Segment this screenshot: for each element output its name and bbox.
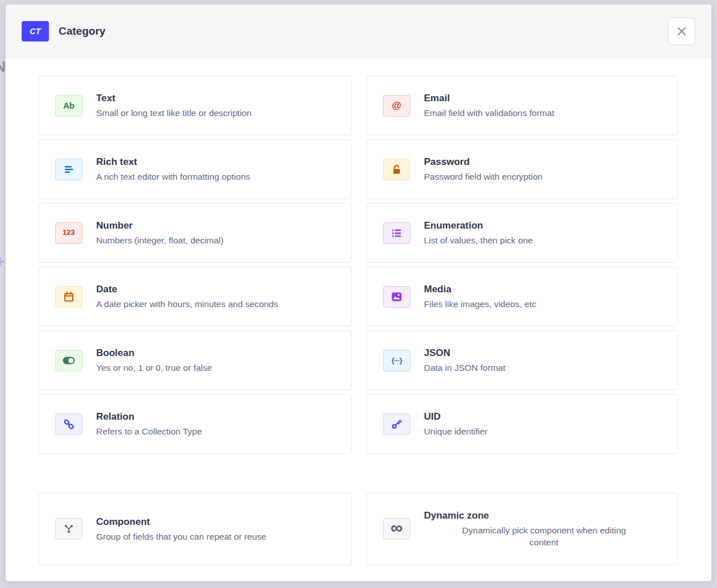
field-description: A rich text editor with formatting optio…	[96, 171, 337, 183]
field-description: Small or long text like title or descrip…	[96, 107, 337, 119]
field-description: Numbers (integer, float, decimal)	[96, 234, 337, 246]
zone-types-grid: ComponentGroup of fields that you can re…	[39, 492, 678, 565]
field-title: Component	[96, 516, 337, 528]
email-icon: @	[383, 95, 410, 117]
field-title: Text	[96, 92, 337, 105]
field-card-text: ComponentGroup of fields that you can re…	[96, 516, 337, 543]
field-title: Rich text	[96, 156, 337, 168]
modal-title: Category	[59, 25, 105, 38]
enumeration-list-icon	[383, 222, 410, 244]
field-title: Password	[424, 156, 664, 168]
field-title: UID	[424, 411, 664, 423]
field-card-richtext[interactable]: Rich textA rich text editor with formatt…	[39, 139, 352, 199]
backdrop-divider	[0, 94, 6, 94]
dynamic-zone-infinity-icon-glyph: ∞	[390, 519, 402, 536]
close-icon	[675, 25, 688, 38]
field-type-picker-modal: CT Category AbTextSmall or long text lik…	[6, 5, 711, 581]
text-icon-glyph: Ab	[63, 101, 75, 110]
rich-text-icon	[55, 159, 83, 180]
content-type-badge: CT	[22, 21, 49, 42]
media-picture-icon	[383, 286, 410, 308]
field-description: Files like images, videos, etc	[424, 298, 664, 310]
field-card-text: UIDUnique identifier	[424, 411, 664, 437]
field-title: Enumeration	[424, 220, 664, 232]
text-icon: Ab	[55, 95, 83, 117]
field-card-text: MediaFiles like images, videos, etc	[424, 283, 664, 310]
dynamic-zone-infinity-icon: ∞	[383, 518, 410, 540]
field-card-date[interactable]: DateA date picker with hours, minutes an…	[39, 267, 352, 326]
field-card-text: EnumerationList of values, then pick one	[424, 220, 664, 246]
page-backdrop: { "backdrop": { "partial_letter": "N", "…	[0, 0, 717, 588]
field-card-relation[interactable]: RelationRefers to a Collection Type	[39, 394, 352, 454]
field-description: Dynamically pick component when editing …	[447, 524, 641, 548]
backdrop-divider	[0, 204, 6, 204]
field-card-text: JSONData in JSON format	[424, 347, 664, 374]
modal-header: CT Category	[6, 5, 711, 58]
modal-body: AbTextSmall or long text like title or d…	[6, 58, 711, 565]
field-card-text: NumberNumbers (integer, float, decimal)	[96, 220, 337, 246]
field-card-text: DateA date picker with hours, minutes an…	[96, 283, 337, 310]
close-button[interactable]	[668, 18, 695, 45]
backdrop-partial-plus-icon: +	[0, 252, 5, 271]
field-title: JSON	[424, 347, 664, 359]
password-lock-icon	[383, 159, 410, 180]
field-card-text: EmailEmail field with validations format	[424, 92, 664, 119]
field-card-text: TextSmall or long text like title or des…	[96, 92, 337, 119]
field-card-enumeration[interactable]: EnumerationList of values, then pick one	[366, 203, 678, 263]
field-description: Password field with encryption	[424, 171, 664, 183]
field-description: Data in JSON format	[424, 362, 664, 374]
uid-key-icon	[383, 413, 410, 435]
email-icon-glyph: @	[392, 101, 402, 110]
field-card-text: RelationRefers to a Collection Type	[96, 411, 337, 437]
field-card-uid[interactable]: UIDUnique identifier	[366, 394, 678, 454]
field-card-text[interactable]: AbTextSmall or long text like title or d…	[39, 76, 352, 135]
backdrop-partial-letter: N	[0, 58, 6, 76]
field-card-boolean[interactable]: BooleanYes or no, 1 or 0, true or false	[39, 330, 352, 390]
field-card-media[interactable]: MediaFiles like images, videos, etc	[366, 267, 678, 326]
field-title: Email	[424, 92, 664, 105]
boolean-toggle-icon	[55, 350, 83, 371]
field-title: Media	[424, 283, 664, 296]
field-card-text: PasswordPassword field with encryption	[424, 156, 664, 183]
field-types-grid: AbTextSmall or long text like title or d…	[39, 76, 678, 454]
field-card-text: Rich textA rich text editor with formatt…	[96, 156, 337, 183]
field-description: Yes or no, 1 or 0, true or false	[96, 362, 337, 374]
json-braces-icon: {···}	[383, 350, 410, 371]
field-description: Refers to a Collection Type	[96, 425, 337, 437]
field-description: Group of fields that you can repeat or r…	[96, 531, 337, 543]
field-card-text: BooleanYes or no, 1 or 0, true or false	[96, 347, 337, 374]
number-icon-glyph: 123	[63, 229, 75, 237]
field-card-json[interactable]: {···}JSONData in JSON format	[366, 330, 678, 390]
field-card-number[interactable]: 123NumberNumbers (integer, float, decima…	[39, 203, 352, 263]
field-description: Unique identifier	[424, 425, 664, 437]
field-description: A date picker with hours, minutes and se…	[96, 298, 337, 310]
field-title: Date	[96, 283, 337, 296]
field-card-dynamiczone[interactable]: ∞Dynamic zoneDynamically pick component …	[366, 492, 678, 565]
field-title: Boolean	[96, 347, 337, 359]
date-calendar-icon	[55, 286, 83, 308]
field-title: Relation	[96, 411, 337, 423]
number-icon: 123	[55, 222, 83, 244]
field-card-text: Dynamic zoneDynamically pick component w…	[424, 510, 664, 548]
field-card-component[interactable]: ComponentGroup of fields that you can re…	[39, 492, 352, 565]
field-card-password[interactable]: PasswordPassword field with encryption	[366, 139, 678, 199]
field-description: Email field with validations format	[424, 107, 664, 119]
json-braces-icon-glyph: {···}	[392, 357, 402, 364]
relation-chain-icon	[55, 413, 83, 435]
field-card-email[interactable]: @EmailEmail field with validations forma…	[366, 76, 678, 135]
field-title: Number	[96, 220, 337, 232]
backdrop-divider	[0, 314, 6, 314]
field-title: Dynamic zone	[424, 510, 664, 522]
component-share-icon	[55, 518, 83, 540]
field-description: List of values, then pick one	[424, 234, 664, 246]
